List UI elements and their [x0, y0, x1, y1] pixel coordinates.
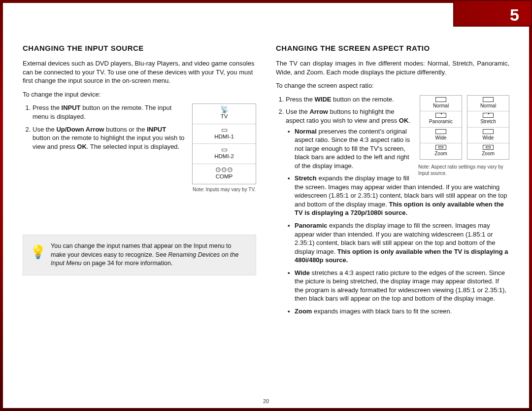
input-menu-label: COMP — [216, 173, 233, 179]
lead-text: To change the screen aspect ratio: — [276, 81, 509, 90]
steps-list: Press the WIDE button on the remote. Use… — [276, 95, 509, 316]
aspect-descriptions: Normal preserves the content's original … — [286, 127, 509, 316]
aspect-icon-normal — [483, 97, 494, 102]
manual-page: 5 CHANGING THE INPUT SOURCE External dev… — [3, 3, 529, 408]
hdmi-icon: ▭ — [193, 146, 256, 153]
right-column: CHANGING THE SCREEN ASPECT RATIO The TV … — [276, 43, 509, 320]
intro-text: The TV can display images in five differ… — [276, 59, 509, 76]
input-menu-label: TV — [221, 113, 228, 119]
lightbulb-icon: 💡 — [30, 243, 46, 261]
input-menu-item-comp: ⊙⊙⊙ COMP — [193, 164, 256, 184]
page-footer-number: 20 — [3, 398, 529, 405]
aspect-icon-stretch — [483, 113, 494, 118]
heading-input-source: CHANGING THE INPUT SOURCE — [23, 43, 256, 53]
input-menu-label: HDMI-2 — [214, 153, 234, 159]
intro-text: External devices such as DVD players, Bl… — [23, 59, 256, 85]
aspect-item-normal: Normal — [420, 96, 462, 112]
hdmi-icon: ▭ — [193, 126, 256, 133]
aspect-item-stretch: Stretch — [467, 111, 509, 128]
component-icon: ⊙⊙⊙ — [193, 166, 256, 173]
input-menu-item-tv: 📡 TV — [193, 104, 256, 124]
desc-normal: Normal preserves the content's original … — [286, 127, 509, 171]
input-menu-item-hdmi1: ▭ HDMI-1 — [193, 124, 256, 144]
tip-callout: 💡 You can change the input names that ap… — [23, 235, 256, 275]
aspect-icon-normal — [435, 97, 446, 102]
two-column-layout: CHANGING THE INPUT SOURCE External devic… — [23, 43, 509, 320]
input-menu-label: HDMI-1 — [214, 134, 234, 139]
antenna-icon: 📡 — [193, 106, 256, 113]
input-menu-figure: 📡 TV ▭ HDMI-1 ▭ HDMI-2 ⊙⊙⊙ COMP — [192, 103, 256, 193]
aspect-item-normal: Normal — [467, 96, 509, 112]
desc-panoramic: Panoramic expands the display image to f… — [286, 221, 509, 265]
step-2: Use the Arrow buttons to highlight the a… — [286, 107, 509, 315]
input-menu-box: 📡 TV ▭ HDMI-1 ▭ HDMI-2 ⊙⊙⊙ COMP — [192, 103, 256, 184]
left-column: CHANGING THE INPUT SOURCE External devic… — [23, 43, 256, 320]
aspect-icon-panoramic — [435, 113, 446, 118]
aspect-item-panoramic: Panoramic — [420, 111, 462, 128]
desc-zoom: Zoom expands images with black bars to f… — [286, 307, 509, 316]
heading-aspect-ratio: CHANGING THE SCREEN ASPECT RATIO — [276, 43, 509, 53]
chapter-number-tab: 5 — [453, 0, 532, 27]
input-menu-note: Note: Inputs may vary by TV. — [192, 186, 256, 193]
desc-wide: Wide stretches a 4:3 aspect ratio pictur… — [286, 269, 509, 303]
lead-text: To change the input device: — [23, 90, 256, 99]
input-menu-item-hdmi2: ▭ HDMI-2 — [193, 144, 256, 164]
chapter-number: 5 — [510, 5, 519, 24]
desc-stretch: Stretch expands the display image to fil… — [286, 174, 509, 217]
